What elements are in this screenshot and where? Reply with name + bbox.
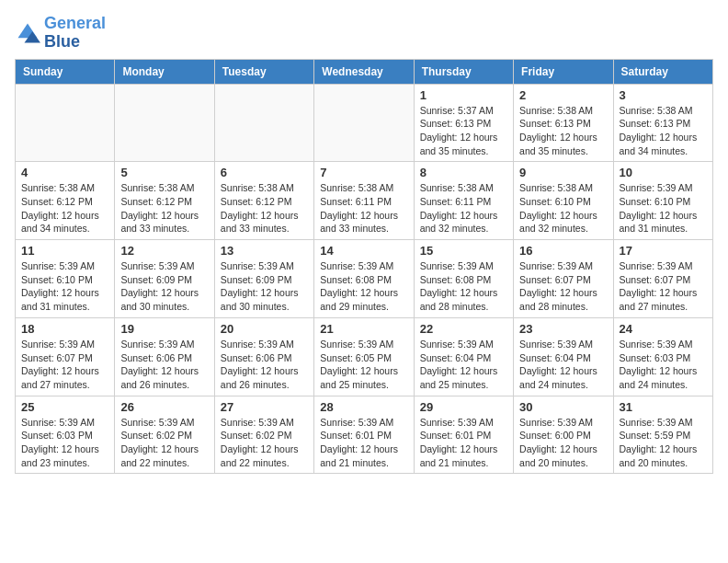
calendar-cell: 8Sunrise: 5:38 AM Sunset: 6:11 PM Daylig…	[414, 162, 513, 240]
day-info: Sunrise: 5:39 AM Sunset: 6:09 PM Dayligh…	[221, 259, 308, 314]
day-number: 15	[420, 244, 507, 258]
calendar-cell: 3Sunrise: 5:38 AM Sunset: 6:13 PM Daylig…	[613, 84, 712, 162]
day-number: 21	[320, 322, 407, 336]
calendar-cell: 26Sunrise: 5:39 AM Sunset: 6:02 PM Dayli…	[115, 396, 214, 474]
calendar-week-2: 4Sunrise: 5:38 AM Sunset: 6:12 PM Daylig…	[16, 162, 713, 240]
calendar-week-1: 1Sunrise: 5:37 AM Sunset: 6:13 PM Daylig…	[16, 84, 713, 162]
day-info: Sunrise: 5:39 AM Sunset: 6:01 PM Dayligh…	[320, 416, 407, 470]
logo: General Blue	[15, 15, 106, 52]
calendar-cell: 7Sunrise: 5:38 AM Sunset: 6:11 PM Daylig…	[314, 162, 414, 240]
logo-text: General Blue	[44, 15, 106, 52]
day-number: 28	[320, 400, 407, 414]
day-info: Sunrise: 5:39 AM Sunset: 6:04 PM Dayligh…	[420, 338, 507, 392]
day-info: Sunrise: 5:39 AM Sunset: 6:02 PM Dayligh…	[120, 416, 208, 470]
calendar-cell	[115, 84, 214, 162]
calendar-cell	[214, 84, 313, 162]
day-number: 2	[519, 88, 607, 102]
day-number: 9	[519, 166, 607, 179]
calendar-cell: 1Sunrise: 5:37 AM Sunset: 6:13 PM Daylig…	[414, 84, 513, 162]
day-info: Sunrise: 5:39 AM Sunset: 6:07 PM Dayligh…	[519, 259, 607, 314]
calendar-week-3: 11Sunrise: 5:39 AM Sunset: 6:10 PM Dayli…	[16, 240, 713, 318]
day-number: 1	[420, 88, 507, 102]
day-info: Sunrise: 5:39 AM Sunset: 6:09 PM Dayligh…	[120, 259, 208, 314]
day-info: Sunrise: 5:39 AM Sunset: 6:03 PM Dayligh…	[620, 338, 707, 392]
day-number: 11	[21, 244, 108, 258]
day-number: 22	[420, 322, 507, 336]
calendar-cell: 13Sunrise: 5:39 AM Sunset: 6:09 PM Dayli…	[214, 240, 313, 318]
weekday-header-monday: Monday	[115, 59, 214, 84]
calendar-cell: 10Sunrise: 5:39 AM Sunset: 6:10 PM Dayli…	[613, 162, 712, 240]
weekday-header-wednesday: Wednesday	[314, 59, 414, 84]
day-info: Sunrise: 5:39 AM Sunset: 6:07 PM Dayligh…	[620, 259, 707, 314]
day-number: 25	[21, 400, 108, 414]
calendar-cell: 19Sunrise: 5:39 AM Sunset: 6:06 PM Dayli…	[115, 317, 214, 396]
day-info: Sunrise: 5:39 AM Sunset: 5:59 PM Dayligh…	[620, 416, 707, 470]
day-number: 24	[620, 322, 707, 336]
day-number: 29	[420, 400, 507, 414]
day-info: Sunrise: 5:39 AM Sunset: 6:10 PM Dayligh…	[21, 259, 108, 314]
day-number: 19	[120, 322, 208, 336]
day-info: Sunrise: 5:38 AM Sunset: 6:12 PM Dayligh…	[21, 181, 108, 236]
day-number: 10	[620, 166, 707, 179]
calendar-cell: 12Sunrise: 5:39 AM Sunset: 6:09 PM Dayli…	[115, 240, 214, 318]
day-info: Sunrise: 5:39 AM Sunset: 6:05 PM Dayligh…	[320, 338, 407, 392]
day-number: 16	[519, 244, 607, 258]
day-number: 4	[21, 166, 108, 179]
day-number: 7	[320, 166, 407, 179]
calendar-cell: 2Sunrise: 5:38 AM Sunset: 6:13 PM Daylig…	[514, 84, 613, 162]
calendar-cell: 21Sunrise: 5:39 AM Sunset: 6:05 PM Dayli…	[314, 317, 414, 396]
calendar-cell: 18Sunrise: 5:39 AM Sunset: 6:07 PM Dayli…	[16, 317, 115, 396]
weekday-header-tuesday: Tuesday	[214, 59, 313, 84]
day-number: 8	[420, 166, 507, 179]
day-number: 14	[320, 244, 407, 258]
day-info: Sunrise: 5:37 AM Sunset: 6:13 PM Dayligh…	[420, 104, 507, 158]
day-number: 12	[120, 244, 208, 258]
calendar-cell: 11Sunrise: 5:39 AM Sunset: 6:10 PM Dayli…	[16, 240, 115, 318]
day-info: Sunrise: 5:39 AM Sunset: 6:01 PM Dayligh…	[420, 416, 507, 470]
day-number: 31	[620, 400, 707, 414]
calendar-cell: 28Sunrise: 5:39 AM Sunset: 6:01 PM Dayli…	[314, 396, 414, 474]
day-info: Sunrise: 5:38 AM Sunset: 6:13 PM Dayligh…	[519, 104, 607, 158]
day-info: Sunrise: 5:39 AM Sunset: 6:08 PM Dayligh…	[320, 259, 407, 314]
calendar-table: SundayMondayTuesdayWednesdayThursdayFrid…	[15, 59, 713, 475]
calendar-cell: 9Sunrise: 5:38 AM Sunset: 6:10 PM Daylig…	[514, 162, 613, 240]
calendar-cell: 30Sunrise: 5:39 AM Sunset: 6:00 PM Dayli…	[514, 396, 613, 474]
calendar-cell: 27Sunrise: 5:39 AM Sunset: 6:02 PM Dayli…	[214, 396, 313, 474]
day-info: Sunrise: 5:39 AM Sunset: 6:04 PM Dayligh…	[519, 338, 607, 392]
day-info: Sunrise: 5:38 AM Sunset: 6:10 PM Dayligh…	[519, 181, 607, 236]
day-info: Sunrise: 5:38 AM Sunset: 6:11 PM Dayligh…	[420, 181, 507, 236]
weekday-header-sunday: Sunday	[16, 59, 115, 84]
calendar-cell: 22Sunrise: 5:39 AM Sunset: 6:04 PM Dayli…	[414, 317, 513, 396]
day-info: Sunrise: 5:38 AM Sunset: 6:13 PM Dayligh…	[620, 104, 707, 158]
day-info: Sunrise: 5:38 AM Sunset: 6:12 PM Dayligh…	[221, 181, 308, 236]
day-info: Sunrise: 5:39 AM Sunset: 6:06 PM Dayligh…	[120, 338, 208, 392]
calendar-cell: 5Sunrise: 5:38 AM Sunset: 6:12 PM Daylig…	[115, 162, 214, 240]
calendar-cell: 24Sunrise: 5:39 AM Sunset: 6:03 PM Dayli…	[613, 317, 712, 396]
weekday-header-friday: Friday	[514, 59, 613, 84]
calendar-cell: 29Sunrise: 5:39 AM Sunset: 6:01 PM Dayli…	[414, 396, 513, 474]
calendar-cell	[16, 84, 115, 162]
calendar-week-5: 25Sunrise: 5:39 AM Sunset: 6:03 PM Dayli…	[16, 396, 713, 474]
day-info: Sunrise: 5:38 AM Sunset: 6:11 PM Dayligh…	[320, 181, 407, 236]
calendar-cell	[314, 84, 414, 162]
day-number: 5	[120, 166, 208, 179]
day-number: 6	[221, 166, 308, 179]
calendar-cell: 20Sunrise: 5:39 AM Sunset: 6:06 PM Dayli…	[214, 317, 313, 396]
weekday-header-thursday: Thursday	[414, 59, 513, 84]
day-info: Sunrise: 5:39 AM Sunset: 6:00 PM Dayligh…	[519, 416, 607, 470]
calendar-cell: 15Sunrise: 5:39 AM Sunset: 6:08 PM Dayli…	[414, 240, 513, 318]
weekday-header-saturday: Saturday	[613, 59, 712, 84]
day-info: Sunrise: 5:39 AM Sunset: 6:03 PM Dayligh…	[21, 416, 108, 470]
calendar-cell: 23Sunrise: 5:39 AM Sunset: 6:04 PM Dayli…	[514, 317, 613, 396]
day-info: Sunrise: 5:38 AM Sunset: 6:12 PM Dayligh…	[120, 181, 208, 236]
calendar-cell: 16Sunrise: 5:39 AM Sunset: 6:07 PM Dayli…	[514, 240, 613, 318]
day-info: Sunrise: 5:39 AM Sunset: 6:08 PM Dayligh…	[420, 259, 507, 314]
day-number: 23	[519, 322, 607, 336]
calendar-cell: 6Sunrise: 5:38 AM Sunset: 6:12 PM Daylig…	[214, 162, 313, 240]
day-number: 20	[221, 322, 308, 336]
day-number: 17	[620, 244, 707, 258]
day-number: 3	[620, 88, 707, 102]
day-info: Sunrise: 5:39 AM Sunset: 6:10 PM Dayligh…	[620, 181, 707, 236]
calendar-cell: 14Sunrise: 5:39 AM Sunset: 6:08 PM Dayli…	[314, 240, 414, 318]
day-number: 18	[21, 322, 108, 336]
